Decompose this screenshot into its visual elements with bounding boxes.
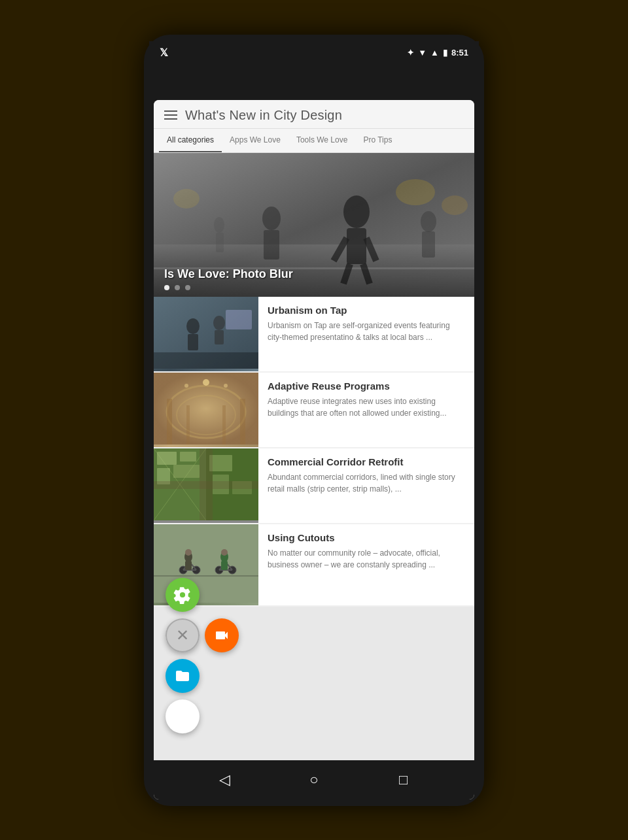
time-display: 8:51 [451,48,468,58]
signal-icon: ▲ [430,48,439,58]
status-left: 𝕏 [160,46,168,59]
svg-point-21 [213,316,225,330]
svg-point-9 [262,207,281,230]
article-item-commercial[interactable]: Commercial Corridor Retrofit Abundant co… [154,448,474,523]
svg-rect-66 [154,575,258,577]
svg-point-57 [185,549,192,556]
folder-fab[interactable] [166,659,200,693]
article-content-cutouts: Using Cutouts No matter our community ro… [258,524,474,605]
svg-point-34 [184,384,188,388]
bluetooth-icon: ✦ [407,48,414,58]
svg-rect-23 [226,310,252,329]
svg-rect-22 [215,330,224,344]
phone-device: 𝕏 ✦ ▼ ▲ ▮ 8:51 What's New in City Design… [144,35,484,806]
svg-point-15 [396,179,435,205]
article-item-adaptive[interactable]: Adaptive Reuse Programs Adaptive reuse i… [154,373,474,447]
fab-container: ✕ [166,578,239,733]
svg-rect-29 [167,399,172,445]
status-bar: 𝕏 ✦ ▼ ▲ ▮ 8:51 [149,41,479,65]
svg-point-17 [173,189,200,209]
hero-title: ls We Love: Photo Blur [164,267,464,281]
article-thumb-commercial [154,448,258,523]
tab-pro-tips[interactable]: Pro Tips [355,129,400,152]
svg-rect-24 [154,352,258,369]
svg-point-13 [214,217,224,233]
video-fab[interactable] [205,618,239,652]
article-content-commercial: Commercial Corridor Retrofit Abundant co… [258,448,474,523]
svg-point-19 [186,318,200,334]
article-excerpt-cutouts: No matter our community role – advocate,… [268,547,465,571]
bottom-navigation: ◁ ○ □ [154,760,474,799]
home-button[interactable]: ○ [301,767,327,793]
app-header: What's New in City Design [154,100,474,129]
tab-all-categories[interactable]: All categories [159,129,222,152]
article-list: Urbanism on Tap Urbanism on Tap are self… [154,297,474,607]
status-right: ✦ ▼ ▲ ▮ 8:51 [407,48,468,58]
recent-apps-button[interactable]: □ [391,767,417,793]
phone-screen: What's New in City Design All categories… [154,100,474,799]
svg-rect-41 [180,452,196,462]
article-excerpt-urbanism: Urbanism on Tap are self-organized event… [268,320,465,343]
wifi-icon: ▼ [418,48,427,58]
svg-point-35 [224,384,228,388]
article-title-commercial: Commercial Corridor Retrofit [268,456,465,467]
svg-point-3 [343,195,370,228]
article-content-urbanism: Urbanism on Tap Urbanism on Tap are self… [258,297,474,371]
svg-point-33 [203,379,209,386]
svg-rect-56 [185,561,192,570]
svg-rect-64 [221,561,228,570]
folder-icon [175,668,190,684]
svg-rect-40 [157,452,177,465]
article-thumb-urbanism [154,297,258,371]
tab-apps-we-love[interactable]: Apps We Love [222,129,288,152]
article-title-adaptive: Adaptive Reuse Programs [268,380,465,392]
article-excerpt-commercial: Abundant commercial corridors, lined wit… [268,471,465,495]
svg-rect-30 [240,399,245,445]
thumb-svg-commercial [154,448,258,520]
close-icon: ✕ [176,626,189,645]
hero-dot-2[interactable] [175,285,180,290]
thumb-svg-adaptive [154,373,258,445]
article-item-urbanism[interactable]: Urbanism on Tap Urbanism on Tap are self… [154,297,474,371]
hero-pagination [164,285,464,290]
category-tabs: All categories Apps We Love Tools We Lov… [154,129,474,153]
close-fab[interactable]: ✕ [166,618,200,652]
svg-point-65 [221,549,228,556]
hamburger-menu-button[interactable] [164,110,177,120]
thumb-svg-urbanism [154,297,258,369]
gear-icon [173,586,192,604]
svg-rect-31 [186,405,190,445]
article-thumb-adaptive [154,373,258,447]
svg-rect-32 [222,405,226,445]
app-title: What's New in City Design [185,108,342,123]
svg-rect-48 [154,481,258,489]
svg-rect-43 [173,465,200,478]
svg-rect-20 [188,334,198,350]
article-title-cutouts: Using Cutouts [268,532,465,543]
back-button[interactable]: ◁ [211,767,237,793]
video-icon [214,628,230,643]
svg-rect-44 [209,455,232,471]
hero-overlay: ls We Love: Photo Blur [154,244,474,297]
article-excerpt-adaptive: Adaptive reuse integrates new uses into … [268,395,465,419]
hero-dot-1[interactable] [164,285,169,290]
hero-dot-3[interactable] [185,285,190,290]
article-title-urbanism: Urbanism on Tap [268,305,465,316]
svg-point-11 [421,211,436,232]
extra-fab[interactable] [166,699,200,733]
hero-banner: ls We Love: Photo Blur [154,153,474,297]
article-content-adaptive: Adaptive Reuse Programs Adaptive reuse i… [258,373,474,447]
twitter-icon: 𝕏 [160,46,168,59]
settings-fab[interactable] [166,578,200,612]
svg-point-16 [442,195,468,215]
battery-icon: ▮ [443,48,447,58]
tab-tools-we-love[interactable]: Tools We Love [288,129,356,152]
